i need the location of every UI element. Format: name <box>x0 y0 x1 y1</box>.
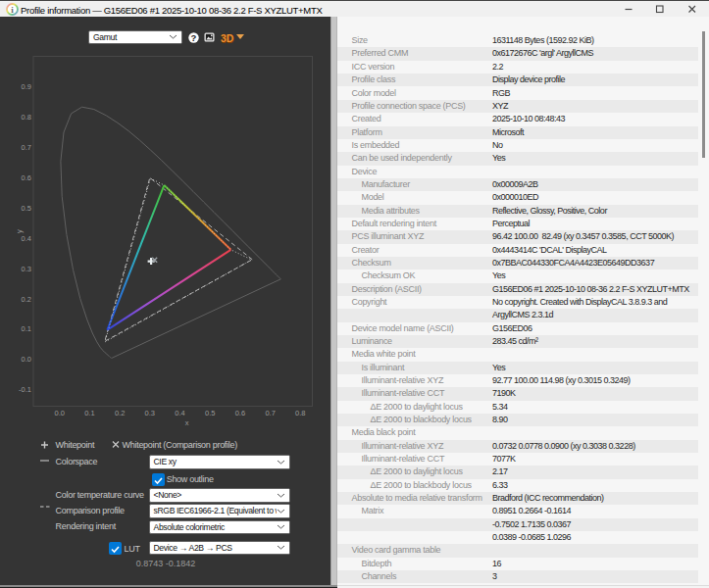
svg-text:0.4: 0.4 <box>22 234 31 243</box>
svg-text:x: x <box>185 418 189 427</box>
svg-text:-0.1: -0.1 <box>19 385 31 394</box>
svg-text:0.6: 0.6 <box>22 173 31 182</box>
svg-text:0.3: 0.3 <box>145 409 155 417</box>
svg-text:0.7: 0.7 <box>22 143 31 152</box>
svg-text:0.9: 0.9 <box>22 82 31 91</box>
svg-text:0.2: 0.2 <box>115 409 125 417</box>
svg-text:0.8: 0.8 <box>295 409 305 417</box>
svg-text:?: ? <box>191 32 197 43</box>
svg-text:0.3: 0.3 <box>22 265 31 273</box>
svg-text:0.8: 0.8 <box>22 113 31 122</box>
svg-text:0.1: 0.1 <box>22 324 31 333</box>
svg-text:0.1: 0.1 <box>84 409 94 417</box>
svg-text:y: y <box>15 229 24 233</box>
svg-text:0.2: 0.2 <box>22 295 31 304</box>
svg-text:0.7: 0.7 <box>265 409 275 417</box>
svg-text:0.4: 0.4 <box>175 409 184 417</box>
svg-text:0.5: 0.5 <box>22 204 31 213</box>
svg-text:0.0: 0.0 <box>54 409 64 417</box>
svg-text:0.0: 0.0 <box>22 355 31 364</box>
svg-text:0.6: 0.6 <box>235 409 245 417</box>
svg-text:0.5: 0.5 <box>205 409 215 417</box>
